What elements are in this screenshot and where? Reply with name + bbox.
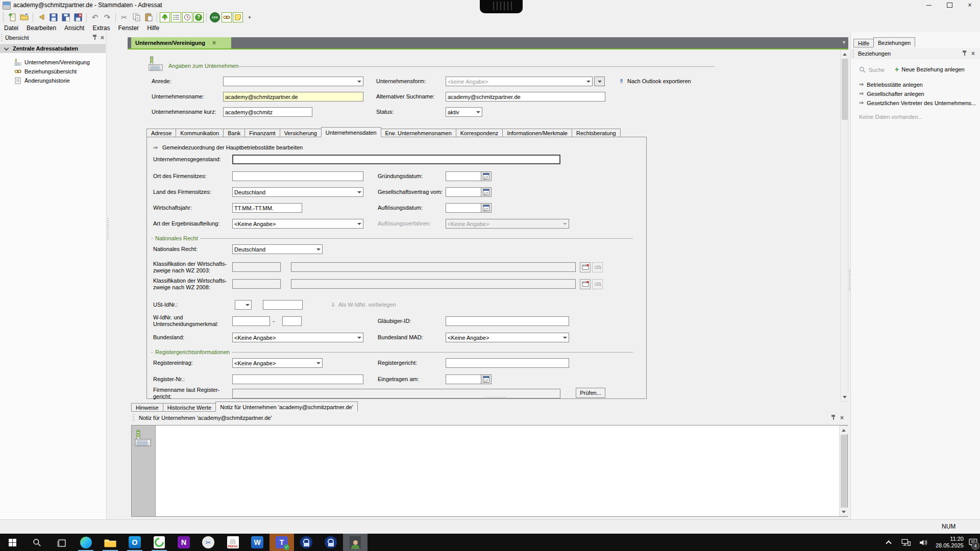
copy-icon[interactable] [131, 12, 142, 23]
menu-datei[interactable]: Datei [0, 24, 22, 32]
unternehmensform-dropdown-button[interactable] [594, 77, 605, 86]
register-nr-input[interactable] [232, 374, 363, 384]
save-as-icon[interactable] [60, 12, 71, 23]
sidebar-item-unternehmen[interactable]: Unternehmen/Vereinigung [0, 58, 106, 66]
taskbar-pdf24[interactable]: PDF24 [220, 534, 245, 551]
registergericht-input[interactable] [446, 358, 569, 368]
tab-beziehungen[interactable]: Beziehungen [873, 37, 915, 47]
menu-hilfe[interactable]: Hilfe [143, 24, 163, 32]
unterscheidungsmerkmal-input[interactable] [282, 316, 302, 326]
subtab-erw-unternehmensnamen[interactable]: Erw. Unternehmensnamen [381, 129, 456, 137]
gesellschaftsvertrag-field[interactable] [446, 187, 492, 197]
scroll-down-icon[interactable] [840, 508, 848, 516]
save-close-icon[interactable] [72, 12, 84, 23]
anrede-combo[interactable] [223, 77, 363, 86]
ort-input[interactable] [232, 171, 363, 181]
wirtschaftsjahr-input[interactable] [232, 203, 302, 213]
ergebnisaufteilung-combo[interactable]: <Keine Angabe> [232, 219, 363, 229]
taskbar-keepass-1[interactable] [294, 534, 318, 551]
taskbar-teams[interactable]: T ✓ [270, 534, 294, 551]
sidebar-item-aenderungshistorie[interactable]: Änderungshistorie [0, 76, 106, 85]
sidebar-item-beziehungen[interactable]: Beziehungsübersicht [0, 67, 106, 76]
subtab-rechtsberatung[interactable]: Rechtsberatung [572, 129, 621, 137]
scrollbar-thumb[interactable] [841, 435, 847, 508]
pin-icon[interactable] [962, 51, 967, 56]
maximize-button[interactable] [939, 0, 960, 10]
alt-suchname-input[interactable] [446, 92, 605, 102]
taskbar-edge[interactable] [74, 534, 98, 551]
undo-icon[interactable]: ↶ [89, 12, 101, 23]
subtab-kommunikation[interactable]: Kommunikation [176, 129, 224, 137]
taskbar-stammdaten-app[interactable] [343, 534, 368, 551]
close-button[interactable]: × [960, 0, 980, 10]
taskbar-onenote[interactable]: N [172, 534, 196, 551]
scroll-up-icon[interactable] [841, 50, 849, 58]
taskbar-word[interactable]: W [245, 534, 270, 551]
subtab-informationen-merkmale[interactable]: Informationen/Merkmale [502, 129, 572, 137]
redo-icon[interactable]: ↷ [102, 12, 113, 23]
outlook-export-link[interactable]: Nach Outlook exportieren [627, 77, 691, 86]
subtab-korrespondenz[interactable]: Korrespondenz [456, 129, 503, 137]
taskbar-outlook[interactable]: O [122, 534, 147, 551]
subtab-unternehmensdaten[interactable]: Unternehmensdaten [321, 127, 381, 137]
eingetragen-field[interactable] [446, 374, 492, 384]
open-folder-icon[interactable] [19, 12, 30, 23]
pin-icon[interactable] [92, 35, 97, 40]
status-combo[interactable]: aktiv [446, 107, 482, 117]
sidebar-splitter[interactable] [107, 218, 109, 241]
taskbar-phone-app[interactable] [147, 534, 172, 551]
bundesland-combo[interactable]: <Keine Angabe> [232, 333, 363, 342]
scrollbar-thumb[interactable] [842, 59, 848, 120]
tree-group-header[interactable]: Zentrale Adressatsdaten [0, 44, 106, 53]
main-scrollbar[interactable] [840, 49, 848, 402]
tray-chevron-up[interactable] [880, 534, 897, 551]
subtab-bank[interactable]: Bank [223, 129, 245, 137]
gemeinde-link[interactable]: Gemeindezuordnung der Hauptbetriebsstätt… [162, 143, 303, 152]
subtab-versicherung[interactable]: Versicherung [280, 129, 322, 137]
volume-icon[interactable] [915, 534, 932, 551]
subtab-finanzamt[interactable]: Finanzamt [244, 129, 280, 137]
tab-notiz[interactable]: Notiz für Unternehmen 'academy@schmitzpa… [215, 402, 358, 412]
tab-close-icon[interactable]: × [212, 40, 216, 46]
new-beziehung-link[interactable]: + Neue Beziehung anlegen [895, 65, 965, 73]
menu-fenster[interactable]: Fenster [114, 24, 143, 32]
unternehmensgegenstand-input[interactable] [232, 155, 560, 164]
menu-bearbeiten[interactable]: Bearbeiten [22, 24, 60, 32]
aufloesungsdatum-field[interactable] [446, 203, 492, 213]
scroll-down-icon[interactable] [841, 393, 849, 401]
subtab-adresse[interactable]: Adresse [146, 129, 176, 137]
wz2003-select-button[interactable] [580, 262, 591, 272]
taskbar-clock[interactable]: 11:20 28.05.2025 [931, 534, 964, 551]
note-icon[interactable] [233, 12, 243, 22]
taskbar-search-button[interactable] [24, 534, 49, 551]
nationales-recht-combo[interactable]: Deutschland [232, 244, 323, 254]
tab-historische-werte[interactable]: Historische Werte [163, 403, 216, 412]
task-view-button[interactable] [49, 534, 74, 551]
new-document-icon[interactable] [7, 12, 18, 23]
minimize-button[interactable] [919, 0, 939, 10]
pin-icon[interactable] [831, 415, 836, 420]
help-icon[interactable]: ? [193, 12, 204, 22]
tab-unternehmen-vereinigung[interactable]: Unternehmen/Vereinigung × [131, 37, 231, 48]
link-icon[interactable] [222, 12, 232, 22]
bundesland-mad-combo[interactable]: <Keine Angabe> [446, 333, 569, 342]
taskbar-keepass-2[interactable] [318, 534, 343, 551]
close-icon[interactable]: × [101, 35, 104, 41]
search-control[interactable]: Suche [859, 66, 885, 73]
link-gesellschafter[interactable]: ⇒ Gesellschafter anlegen [859, 90, 924, 97]
history-clock-icon[interactable] [182, 12, 192, 22]
taskbar-snipping-tool[interactable]: ✂ [196, 534, 220, 551]
back-icon[interactable] [36, 12, 47, 23]
bottom-splitter-handle[interactable] [486, 397, 506, 398]
link-betriebsstaette[interactable]: ⇒ Betriebsstätte anlegen [859, 81, 923, 88]
registereintrag-combo[interactable]: <Keine Angabe> [232, 358, 323, 368]
close-icon[interactable]: × [971, 51, 975, 57]
save-icon[interactable] [48, 12, 59, 23]
lex-icon[interactable]: LEX [209, 12, 220, 23]
unternehmensname-input[interactable] [223, 92, 363, 102]
action-center-icon[interactable]: 4 [966, 534, 980, 551]
tab-list-icon[interactable]: ▾ [843, 39, 845, 45]
properties-list-icon[interactable] [171, 12, 181, 22]
notes-text-area[interactable] [156, 425, 839, 516]
pruefen-button[interactable]: Prüfen... [576, 388, 605, 398]
